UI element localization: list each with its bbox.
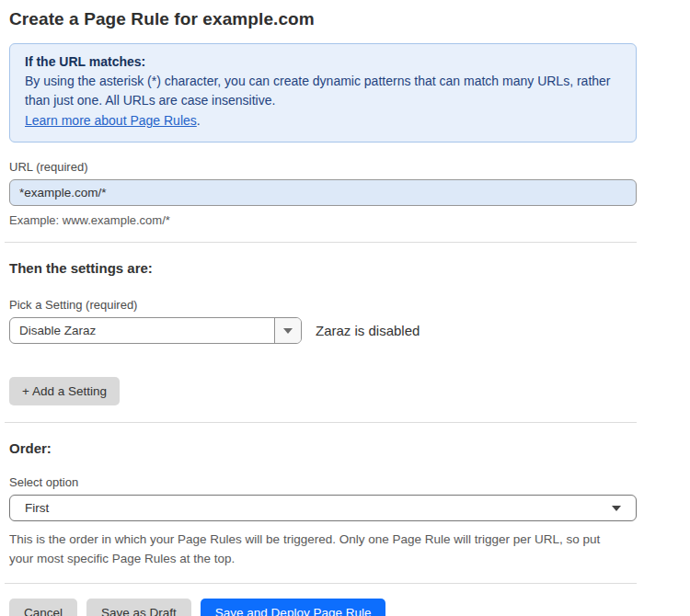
save-deploy-button[interactable]: Save and Deploy Page Rule (201, 599, 386, 616)
url-example-helper: Example: www.example.com/* (9, 213, 637, 227)
info-box-heading: If the URL matches: (25, 54, 621, 69)
divider (5, 583, 637, 584)
setting-picker-label: Pick a Setting (required) (9, 298, 637, 312)
learn-more-link[interactable]: Learn more about Page Rules (25, 113, 197, 128)
url-field-label: URL (required) (9, 160, 637, 174)
page-rule-form: Create a Page Rule for example.com If th… (9, 9, 637, 616)
caret-down-icon (612, 506, 621, 511)
form-actions: Cancel Save as Draft Save and Deploy Pag… (9, 599, 637, 616)
setting-dropdown-arrow-button[interactable] (274, 318, 301, 343)
url-match-info-box: If the URL matches: By using the asteris… (9, 43, 637, 143)
order-section-heading: Order: (9, 440, 637, 456)
info-box-link-line: Learn more about Page Rules. (25, 111, 621, 131)
setting-status-text: Zaraz is disabled (316, 323, 420, 338)
setting-row: Disable Zaraz Zaraz is disabled (9, 317, 637, 344)
url-input[interactable] (9, 179, 637, 206)
page-title: Create a Page Rule for example.com (9, 9, 637, 29)
order-select-label: Select option (9, 475, 637, 489)
order-helper-text: This is the order in which your Page Rul… (9, 530, 626, 568)
caret-down-icon (283, 328, 293, 334)
add-setting-button[interactable]: + Add a Setting (9, 377, 120, 405)
setting-dropdown-value: Disable Zaraz (10, 318, 274, 343)
link-suffix: . (197, 113, 201, 128)
divider (5, 422, 637, 423)
divider (5, 242, 637, 243)
order-select[interactable]: First (9, 495, 637, 521)
save-draft-button[interactable]: Save as Draft (86, 599, 191, 616)
info-box-body: By using the asterisk (*) character, you… (25, 72, 621, 110)
order-select-value: First (25, 501, 49, 515)
settings-section-heading: Then the settings are: (9, 260, 637, 276)
cancel-button[interactable]: Cancel (9, 599, 77, 616)
setting-dropdown[interactable]: Disable Zaraz (9, 317, 302, 344)
